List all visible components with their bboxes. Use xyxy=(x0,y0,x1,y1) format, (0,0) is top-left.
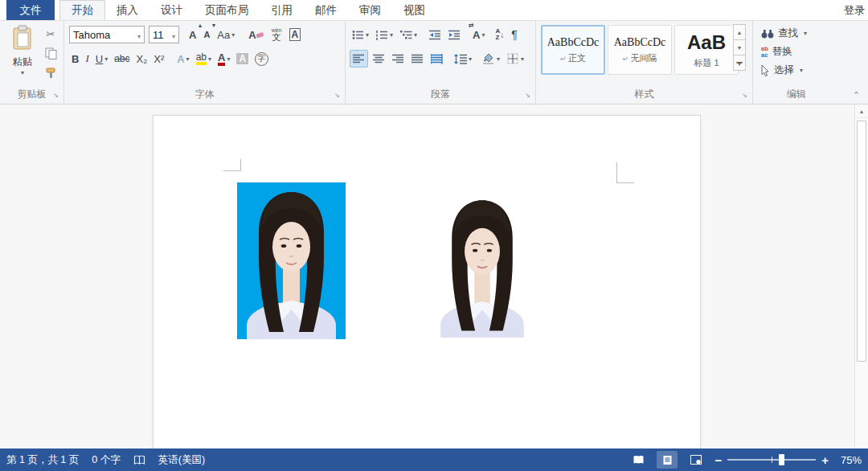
tab-design[interactable]: 设计 xyxy=(149,0,194,20)
read-mode-button[interactable] xyxy=(628,451,649,469)
zoom-out-button[interactable]: − xyxy=(714,454,722,466)
scrollbar-thumb[interactable] xyxy=(857,121,866,362)
language-status[interactable]: 英语(美国) xyxy=(158,453,205,467)
web-layout-button[interactable] xyxy=(686,451,706,469)
align-right-icon xyxy=(392,54,404,64)
asian-layout-button[interactable]: A⇄ xyxy=(470,26,487,43)
document-page[interactable] xyxy=(153,115,701,448)
text-highlight-button[interactable]: ab xyxy=(194,50,214,68)
id-photo-blue-background[interactable] xyxy=(237,182,346,339)
margin-crop-mark-top-left xyxy=(223,159,241,171)
font-dialog-launcher[interactable] xyxy=(334,93,342,101)
proofing-book-icon xyxy=(133,455,145,465)
clear-formatting-icon: A xyxy=(248,29,256,41)
clear-formatting-button[interactable]: A xyxy=(246,26,266,43)
distribute-button[interactable] xyxy=(428,50,445,68)
clipboard-dialog-launcher[interactable] xyxy=(52,93,60,101)
align-center-button[interactable] xyxy=(371,50,387,68)
zoom-slider-track[interactable] xyxy=(727,459,816,461)
sign-in-button[interactable]: 登录 xyxy=(834,0,868,20)
copy-icon xyxy=(45,47,57,59)
show-hide-marks-button[interactable]: ¶ xyxy=(509,26,520,43)
cut-button[interactable]: ✂ xyxy=(42,26,59,42)
italic-button[interactable]: I xyxy=(83,50,91,68)
word-count-status[interactable]: 0 个字 xyxy=(92,453,120,467)
line-spacing-button[interactable] xyxy=(452,50,474,68)
tab-review[interactable]: 审阅 xyxy=(348,0,392,20)
style-heading1[interactable]: AaB 标题 1 xyxy=(674,25,739,75)
font-color-icon: A xyxy=(218,52,225,66)
grow-font-button[interactable]: A▲ xyxy=(186,26,199,43)
font-size-combobox[interactable]: 11 xyxy=(149,26,179,43)
align-left-button[interactable] xyxy=(350,50,368,68)
paragraph-dialog-launcher[interactable] xyxy=(524,93,532,101)
text-effects-button[interactable]: A xyxy=(174,50,191,68)
subscript-icon: X₂ xyxy=(137,53,148,65)
paste-dropdown[interactable]: ▾ xyxy=(5,69,40,76)
tab-file[interactable]: 文件 xyxy=(6,0,55,20)
style-no-spacing[interactable]: AaBbCcDc 无间隔 xyxy=(608,25,672,75)
change-case-button[interactable]: Aa xyxy=(215,26,237,43)
paste-icon xyxy=(12,25,33,51)
zoom-control: − + 75% xyxy=(714,454,862,466)
paste-button[interactable]: 粘贴 ▾ xyxy=(5,25,40,86)
replace-button[interactable]: ab ac 替换 xyxy=(761,45,792,59)
justify-button[interactable] xyxy=(409,50,426,68)
styles-gallery-more[interactable]: ▬▼ xyxy=(733,55,746,71)
tab-view[interactable]: 视图 xyxy=(392,0,436,20)
select-button[interactable]: 选择 xyxy=(761,63,803,77)
character-border-button[interactable]: A xyxy=(287,26,304,43)
scroll-up-arrow[interactable]: ▲ xyxy=(855,104,868,118)
copy-button[interactable] xyxy=(42,45,59,61)
underline-button[interactable]: U xyxy=(93,50,110,68)
tab-page-layout[interactable]: 页面布局 xyxy=(194,0,260,20)
phonetic-guide-button[interactable]: wén 文 xyxy=(269,26,285,43)
shrink-font-icon: A xyxy=(203,30,210,39)
character-shading-button[interactable]: A xyxy=(234,50,251,68)
shading-button[interactable] xyxy=(480,50,502,68)
clipboard-group: 粘贴 ▾ ✂ 剪贴板 xyxy=(0,21,64,104)
increase-indent-button[interactable] xyxy=(446,26,463,43)
bold-button[interactable]: B xyxy=(69,50,81,68)
shading-bucket-icon xyxy=(482,53,495,64)
underline-icon: U xyxy=(96,53,103,65)
multilevel-list-button[interactable] xyxy=(398,26,420,43)
print-layout-button[interactable] xyxy=(657,451,678,469)
vertical-scrollbar[interactable]: ▲ xyxy=(854,104,868,448)
tab-references[interactable]: 引用 xyxy=(260,0,304,20)
asian-layout-icon: A xyxy=(473,29,480,41)
pilcrow-icon: ¶ xyxy=(511,28,518,41)
strikethrough-button[interactable]: abc xyxy=(112,50,132,68)
superscript-button[interactable]: X² xyxy=(151,50,166,68)
zoom-level[interactable]: 75% xyxy=(834,454,862,466)
format-painter-button[interactable] xyxy=(42,64,59,80)
sort-button[interactable]: AZ ↓ xyxy=(493,26,506,43)
styles-scroll-up[interactable]: ▲ xyxy=(733,24,746,40)
font-color-button[interactable]: A xyxy=(215,50,232,68)
zoom-in-button[interactable]: + xyxy=(821,454,829,466)
style-normal[interactable]: AaBbCcDc 正文 xyxy=(541,25,605,75)
styles-dialog-launcher[interactable] xyxy=(741,93,749,101)
grow-font-icon: A xyxy=(189,29,196,41)
font-name-combobox[interactable]: Tahoma xyxy=(69,26,145,43)
align-right-button[interactable] xyxy=(390,50,407,68)
find-button[interactable]: 查找 xyxy=(761,27,807,40)
bullets-button[interactable] xyxy=(350,26,371,43)
id-photo-white-background[interactable] xyxy=(432,187,533,342)
tab-insert[interactable]: 插入 xyxy=(105,0,149,20)
ribbon-tab-bar: 文件 开始 插入 设计 页面布局 引用 邮件 审阅 视图 登录 xyxy=(0,0,868,21)
enclose-characters-button[interactable]: 字 xyxy=(252,50,271,68)
zoom-slider-thumb[interactable] xyxy=(779,454,784,465)
proofing-status[interactable] xyxy=(133,455,145,465)
page-number-status[interactable]: 第 1 页，共 1 页 xyxy=(6,453,79,467)
tab-mailings[interactable]: 邮件 xyxy=(304,0,348,20)
subscript-button[interactable]: X₂ xyxy=(134,50,150,68)
numbering-button[interactable] xyxy=(374,26,395,43)
shrink-font-button[interactable]: A▼ xyxy=(201,26,212,43)
borders-button[interactable] xyxy=(505,50,526,68)
collapse-ribbon-button[interactable]: ⌃ xyxy=(853,90,860,100)
tab-home[interactable]: 开始 xyxy=(59,0,105,20)
decrease-indent-button[interactable] xyxy=(427,26,444,43)
read-mode-icon xyxy=(633,455,645,465)
styles-scroll-down[interactable]: ▼ xyxy=(733,39,746,55)
